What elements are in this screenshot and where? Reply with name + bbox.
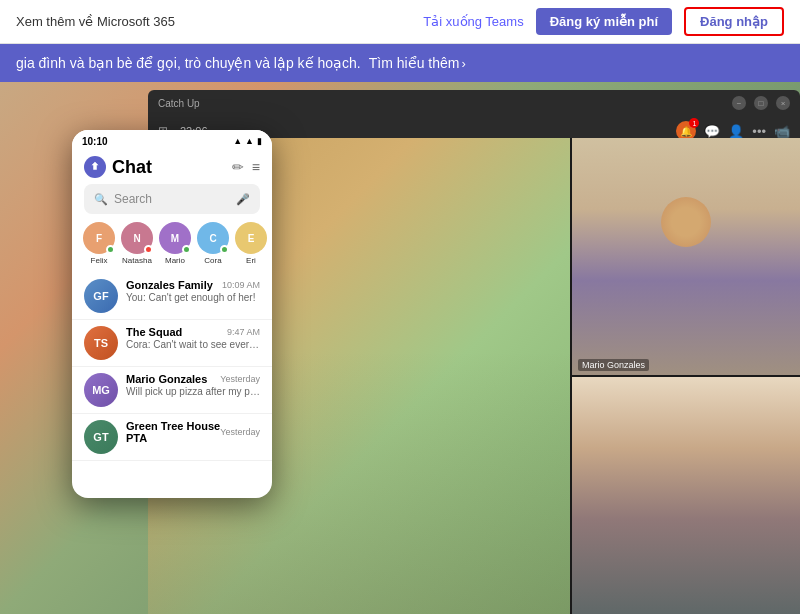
mario-gonzales-time: Yesterday xyxy=(220,374,260,384)
cora-status xyxy=(220,245,229,254)
chat-green-tree[interactable]: GT Green Tree House PTA Yesterday xyxy=(72,414,272,461)
squad-time: 9:47 AM xyxy=(227,327,260,337)
squad-avatar: TS xyxy=(84,326,118,360)
search-placeholder: Search xyxy=(114,192,152,206)
phone-status-icons: ▲ ▲ ▮ xyxy=(233,136,262,146)
more-icon[interactable]: ••• xyxy=(752,124,766,139)
phone-header: Chat ✏ ≡ xyxy=(72,152,272,184)
green-tree-time: Yesterday xyxy=(220,427,260,437)
teams-logo-icon xyxy=(84,156,106,178)
gonzales-family-header: Gonzales Family 10:09 AM xyxy=(126,279,260,291)
window-controls: − □ × xyxy=(732,96,790,110)
phone-time: 10:10 xyxy=(82,136,108,147)
chat-list: GF Gonzales Family 10:09 AM You: Can't g… xyxy=(72,273,272,461)
login-button[interactable]: Đăng nhập xyxy=(684,7,784,36)
mario-status xyxy=(182,245,191,254)
teams-window-title: Catch Up xyxy=(158,98,200,109)
green-tree-avatar: GT xyxy=(84,420,118,454)
mario-name: Mario xyxy=(165,256,185,265)
info-text: Xem thêm về Microsoft 365 xyxy=(16,14,175,29)
maximize-icon[interactable]: □ xyxy=(754,96,768,110)
natasha-name: Natasha xyxy=(122,256,152,265)
chat-mario-gonzales[interactable]: MG Mario Gonzales Yesterday Will pick up… xyxy=(72,367,272,414)
phone-app-title: Chat xyxy=(84,156,152,178)
felix-name: Felix xyxy=(91,256,108,265)
banner-bar: gia đình và bạn bè để gọi, trò chuyện và… xyxy=(0,44,800,82)
eri-name: Eri xyxy=(246,256,256,265)
phone-header-actions: ✏ ≡ xyxy=(232,159,260,175)
teams-titlebar: Catch Up − □ × xyxy=(148,90,800,116)
download-link[interactable]: Tải xuống Teams xyxy=(423,14,523,29)
gonzales-family-time: 10:09 AM xyxy=(222,280,260,290)
mic-icon[interactable]: 🎤 xyxy=(236,193,250,206)
cora-avatar: C xyxy=(197,222,229,254)
squad-content: The Squad 9:47 AM Cora: Can't wait to se… xyxy=(126,326,260,350)
felix-avatar: F xyxy=(83,222,115,254)
green-tree-name: Green Tree House PTA xyxy=(126,420,220,444)
people-icon[interactable]: 👤 xyxy=(728,124,744,139)
man-avatar xyxy=(572,138,800,375)
chat-the-squad[interactable]: TS The Squad 9:47 AM Cora: Can't wait to… xyxy=(72,320,272,367)
signup-button[interactable]: Đăng ký miễn phí xyxy=(536,8,672,35)
mario-gonzales-header: Mario Gonzales Yesterday xyxy=(126,373,260,385)
right-video-panels: Mario Gonzales xyxy=(570,138,800,614)
learn-more-link[interactable]: Tìm hiểu thêm › xyxy=(369,55,466,71)
search-icon: 🔍 xyxy=(94,193,108,206)
learn-more-label: Tìm hiểu thêm xyxy=(369,55,460,71)
notification-badge: 1 xyxy=(689,118,699,128)
chevron-right-icon: › xyxy=(461,56,465,71)
top-bar: Xem thêm về Microsoft 365 Tải xuống Team… xyxy=(0,0,800,44)
natasha-status xyxy=(144,245,153,254)
contact-cora[interactable]: C Cora xyxy=(197,222,229,265)
phone-status-bar: 10:10 ▲ ▲ ▮ xyxy=(72,130,272,152)
chat-icon[interactable]: 💬 xyxy=(704,124,720,139)
hero-section: Catch Up − □ × ⊞ 22:06 🔔 1 💬 👤 ••• 📹 xyxy=(0,82,800,614)
bottom-right-video xyxy=(570,375,800,614)
chat-title: Chat xyxy=(112,157,152,178)
contact-natasha[interactable]: N Natasha xyxy=(121,222,153,265)
gonzales-family-avatar: GF xyxy=(84,279,118,313)
mario-gonzales-avatar: MG xyxy=(84,373,118,407)
minimize-icon[interactable]: − xyxy=(732,96,746,110)
mario-gonzales-content: Mario Gonzales Yesterday Will pick up pi… xyxy=(126,373,260,397)
top-bar-actions: Tải xuống Teams Đăng ký miễn phí Đăng nh… xyxy=(423,7,784,36)
eri-avatar: E xyxy=(235,222,267,254)
natasha-avatar: N xyxy=(121,222,153,254)
close-icon[interactable]: × xyxy=(776,96,790,110)
video-participant-name: Mario Gonzales xyxy=(578,359,649,371)
green-tree-header: Green Tree House PTA Yesterday xyxy=(126,420,260,444)
contact-mario[interactable]: M Mario xyxy=(159,222,191,265)
phone-search-bar[interactable]: 🔍 Search 🎤 xyxy=(84,184,260,214)
filter-icon[interactable]: ≡ xyxy=(252,159,260,175)
battery-icon: ▮ xyxy=(257,136,262,146)
gonzales-family-content: Gonzales Family 10:09 AM You: Can't get … xyxy=(126,279,260,303)
gonzales-family-preview: You: Can't get enough of her! xyxy=(126,292,260,303)
chat-gonzales-family[interactable]: GF Gonzales Family 10:09 AM You: Can't g… xyxy=(72,273,272,320)
gonzales-family-name: Gonzales Family xyxy=(126,279,213,291)
squad-header: The Squad 9:47 AM xyxy=(126,326,260,338)
banner-text: gia đình và bạn bè để gọi, trò chuyện và… xyxy=(16,55,361,71)
mario-avatar: M xyxy=(159,222,191,254)
signal-icon: ▲ xyxy=(233,136,242,146)
top-right-video: Mario Gonzales xyxy=(570,138,800,375)
mario-gonzales-preview: Will pick up pizza after my practice. xyxy=(126,386,260,397)
squad-preview: Cora: Can't wait to see everyone! xyxy=(126,339,260,350)
green-tree-content: Green Tree House PTA Yesterday xyxy=(126,420,260,444)
contact-felix[interactable]: F Felix xyxy=(83,222,115,265)
mario-gonzales-name: Mario Gonzales xyxy=(126,373,207,385)
felix-status xyxy=(106,245,115,254)
compose-icon[interactable]: ✏ xyxy=(232,159,244,175)
video-icon[interactable]: 📹 xyxy=(774,124,790,139)
contact-eri[interactable]: E Eri xyxy=(235,222,267,265)
squad-name: The Squad xyxy=(126,326,182,338)
wifi-icon: ▲ xyxy=(245,136,254,146)
recent-contacts: F Felix N Natasha M Mario xyxy=(72,222,272,273)
woman-avatar xyxy=(572,377,800,614)
cora-name: Cora xyxy=(204,256,221,265)
phone-mockup: 10:10 ▲ ▲ ▮ Chat ✏ ≡ 🔍 Search xyxy=(72,130,272,498)
